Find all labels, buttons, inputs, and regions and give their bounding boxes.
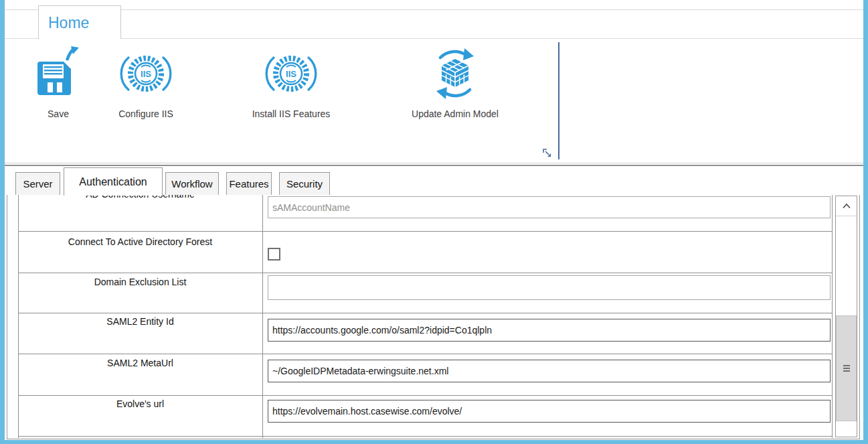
application-window: Home Save: [0, 0, 868, 444]
window-border: [0, 0, 5, 444]
field-label-connect-ad-forest: Connect To Active Directory Forest: [18, 236, 262, 248]
field-label-domain-exclusion-list: Domain Exclusion List: [18, 277, 262, 288]
chevron-up-icon: [842, 203, 851, 209]
titlebar-divider: [5, 9, 863, 10]
scrollbar-up-button[interactable]: [836, 196, 857, 216]
row-divider: [18, 313, 832, 313]
install-iis-features-label: Install IIS Features: [252, 108, 331, 119]
svg-text:IIS: IIS: [141, 69, 151, 79]
ad-connection-username-input[interactable]: [268, 196, 831, 218]
window-border: [0, 440, 868, 444]
save-button-label: Save: [48, 108, 69, 119]
evolves-url-input[interactable]: [268, 400, 831, 423]
configure-iis-button[interactable]: IIS Configure IIS: [94, 43, 198, 130]
connect-ad-forest-checkbox[interactable]: [268, 248, 280, 261]
save-button[interactable]: Save: [25, 43, 92, 130]
tab-server[interactable]: Server: [15, 172, 60, 195]
save-floppy-icon: [36, 43, 80, 104]
tab-workflow-label: Workflow: [171, 178, 212, 190]
ribbon-top-border: [5, 38, 863, 39]
cube-sync-icon: [427, 43, 483, 104]
scrollbar-thumb[interactable]: [836, 315, 857, 421]
svg-text:IIS: IIS: [286, 69, 296, 79]
iis-gear-icon: IIS: [118, 43, 173, 104]
scrollbar-grip-icon: [843, 365, 850, 372]
ribbon-group-separator: [558, 42, 559, 159]
tab-authentication[interactable]: Authentication: [64, 167, 163, 196]
install-iis-features-button[interactable]: IIS Install IIS Features: [226, 43, 356, 130]
ribbon-tab-home[interactable]: Home: [38, 5, 121, 39]
configure-iis-label: Configure IIS: [118, 108, 173, 119]
field-label-evolves-url: Evolve's url: [18, 398, 262, 410]
tab-authentication-label: Authentication: [79, 176, 147, 188]
row-divider: [18, 273, 832, 273]
saml2-metaurl-input[interactable]: [268, 360, 831, 382]
saml2-entity-id-input[interactable]: [268, 319, 831, 342]
row-divider: [18, 354, 832, 354]
row-divider: [18, 436, 832, 437]
pane-top-border: [5, 165, 863, 166]
field-label-saml2-metaurl: SAML2 MetaUrl: [18, 358, 262, 369]
tab-security-label: Security: [286, 178, 323, 190]
row-divider: [18, 231, 832, 232]
tab-workflow[interactable]: Workflow: [165, 172, 219, 195]
tab-features[interactable]: Features: [226, 172, 272, 195]
domain-exclusion-list-input[interactable]: [268, 275, 831, 300]
tab-server-label: Server: [23, 178, 52, 190]
field-label-saml2-entity-id: SAML2 Entity Id: [18, 316, 262, 327]
window-border: [863, 0, 868, 444]
update-admin-model-button[interactable]: Update Admin Model: [383, 43, 527, 130]
authentication-settings-panel: AD Connection Username Connect To Active…: [7, 195, 860, 439]
vertical-scrollbar[interactable]: [835, 196, 857, 437]
table-right-border: [832, 195, 833, 438]
iis-gear-icon: IIS: [264, 43, 319, 104]
tab-security[interactable]: Security: [279, 172, 330, 195]
update-admin-model-label: Update Admin Model: [412, 108, 499, 119]
tab-features-label: Features: [229, 178, 268, 190]
dialog-launcher-icon[interactable]: [542, 148, 553, 159]
field-label-ad-connection-username: AD Connection Username: [18, 195, 262, 200]
ribbon-bottom-border: [5, 163, 863, 163]
row-divider: [18, 395, 832, 396]
